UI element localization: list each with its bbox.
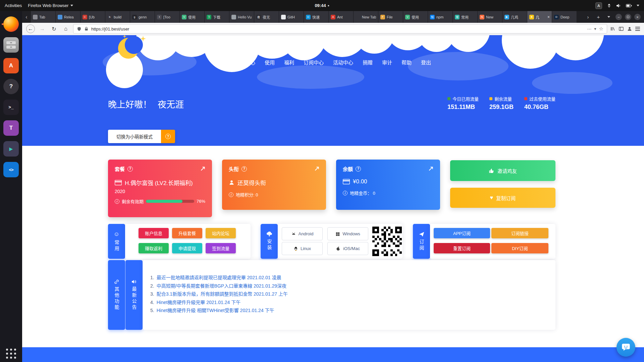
browser-tab[interactable]: bbuild: [105, 11, 130, 23]
volume-icon[interactable]: [616, 3, 621, 8]
browser-tab[interactable]: New Tab: [354, 11, 378, 23]
forward-button[interactable]: →: [38, 24, 47, 33]
window-minimize-button[interactable]: −: [615, 14, 622, 20]
tab-subscribe[interactable]: 订阅: [413, 224, 430, 259]
account-icon[interactable]: [627, 26, 632, 32]
mode-help-button[interactable]: ?: [161, 130, 175, 143]
browser-tab-active[interactable]: ★几×: [527, 11, 552, 23]
tab-install[interactable]: 安装: [261, 224, 278, 259]
activities-button[interactable]: Activities: [5, 3, 22, 8]
android-button[interactable]: Android: [282, 227, 323, 240]
ios-mac-button[interactable]: iOS/Mac: [327, 242, 368, 255]
input-method-icon[interactable]: A: [595, 2, 602, 9]
browser-tab[interactable]: GitH: [279, 11, 304, 23]
reset-subscription-button[interactable]: 重置订阅: [434, 243, 490, 253]
tab-close-icon[interactable]: ×: [547, 15, 550, 19]
nav-user-center[interactable]: 用户中心: [235, 59, 255, 66]
dock-firefox[interactable]: [2, 14, 20, 35]
battery-icon[interactable]: [626, 4, 632, 8]
app-subscribe-button[interactable]: APP订阅: [434, 228, 490, 238]
earn-rebate-button[interactable]: 赚取返利: [139, 243, 169, 253]
url-text[interactable]: https://j01.best/user: [91, 26, 585, 32]
window-close-button[interactable]: ×: [634, 14, 641, 20]
window-maximize-button[interactable]: [625, 14, 631, 20]
scroll-tabs-left-icon[interactable]: ‹: [22, 11, 31, 23]
question-icon[interactable]: ?: [356, 166, 361, 172]
browser-tab[interactable]: Tab: [31, 11, 56, 23]
browser-tab[interactable]: Relea: [56, 11, 80, 23]
announcement-link[interactable]: 中高短期/中等長期套餐新增BGP入口華東專線 2021.01.29深夜: [157, 282, 286, 290]
announcement-link[interactable]: 配合3.1新版本升級，所有餘額調整到抵扣金幣 2021.01.27 上午: [157, 290, 288, 298]
announcement-link[interactable]: Hinet機房硬件升級完畢 2021.01.24 下午: [157, 298, 241, 307]
browser-tab[interactable]: 夜夜无: [254, 11, 279, 23]
withdraw-button[interactable]: 申请提现: [172, 243, 202, 253]
library-icon[interactable]: [610, 26, 615, 32]
dock-text-editor[interactable]: T: [2, 118, 20, 138]
browser-tab[interactable]: 知npm: [428, 11, 453, 23]
network-icon[interactable]: [607, 3, 611, 8]
browser-tab[interactable]: ▶几鸡: [502, 11, 527, 23]
account-info-button[interactable]: 账户信息: [139, 228, 169, 238]
browser-tab[interactable]: ggenn: [130, 11, 155, 23]
subscribe-link-button[interactable]: 订阅链接: [491, 228, 548, 238]
url-bar[interactable]: https://j01.best/user ⋯ ▾ ☆: [73, 24, 607, 34]
chat-widget-button[interactable]: [616, 338, 635, 357]
nav-audit[interactable]: 审计: [382, 59, 392, 66]
dock-help[interactable]: ?: [2, 76, 20, 97]
show-applications-button[interactable]: [6, 349, 16, 359]
browser-tab[interactable]: AAnt: [329, 11, 354, 23]
browser-tab[interactable]: 下下载: [205, 11, 229, 23]
chevron-down-icon[interactable]: [637, 5, 639, 6]
share-icon[interactable]: [314, 166, 319, 171]
back-button[interactable]: ←: [26, 24, 35, 33]
dock-terminal[interactable]: >_: [2, 97, 20, 118]
shield-icon[interactable]: [77, 26, 82, 32]
nav-help[interactable]: 帮助: [401, 59, 412, 66]
browser-tab[interactable]: C[Ub: [80, 11, 105, 23]
browser-tab[interactable]: 常常用: [453, 11, 478, 23]
window-title-menu[interactable]: Firefox Web Browser: [28, 3, 73, 8]
nav-donate[interactable]: 捐赠: [363, 59, 373, 66]
windows-button[interactable]: Windows: [327, 227, 368, 240]
linux-button[interactable]: Linux: [282, 242, 323, 255]
clock-menu[interactable]: 09:44: [315, 3, 329, 8]
nav-activity-center[interactable]: 活动中心: [333, 59, 353, 66]
nav-welfare[interactable]: 福利: [284, 59, 294, 66]
tab-other-features[interactable]: 其他功能: [108, 260, 125, 330]
mode-switch-button[interactable]: 切换为小萌新模式: [108, 130, 161, 143]
forum-button[interactable]: 站内论坛: [206, 228, 236, 238]
nav-logout[interactable]: 登出: [421, 59, 431, 66]
dock-vscode[interactable]: <>: [2, 159, 20, 180]
diy-subscribe-button[interactable]: DIY订阅: [491, 243, 548, 253]
bookmark-star-icon[interactable]: ☆: [599, 26, 603, 32]
menu-icon[interactable]: [635, 27, 640, 31]
home-button[interactable]: ⌂: [61, 24, 70, 33]
upgrade-plan-button[interactable]: 升级套餐: [172, 228, 202, 238]
browser-tab[interactable]: D快速: [304, 11, 329, 23]
browser-tab[interactable]: V使用: [180, 11, 205, 23]
dock-ubuntu-software[interactable]: A: [2, 55, 20, 76]
new-tab-button[interactable]: +: [595, 13, 602, 21]
checkin-traffic-button[interactable]: 签到流量: [206, 243, 236, 253]
announcement-link[interactable]: 最近一批地精邀請返利提現已提現處理完畢 2021.02.01 凌晨: [157, 274, 281, 282]
share-icon[interactable]: [200, 166, 205, 171]
browser-tab[interactable]: t[Too: [155, 11, 180, 23]
tab-common[interactable]: ☺ 常用: [108, 224, 125, 259]
pocket-icon[interactable]: ▾: [594, 26, 596, 31]
sidebar-icon[interactable]: [619, 26, 624, 32]
browser-tab[interactable]: V使用: [403, 11, 428, 23]
browser-tab[interactable]: DDeep: [552, 11, 577, 23]
invite-button[interactable]: 邀请鸡友: [450, 160, 555, 181]
list-all-tabs-icon[interactable]: [605, 13, 612, 21]
browser-tab[interactable]: FFile: [378, 11, 403, 23]
dock-launcher-misc[interactable]: ▶: [2, 138, 20, 159]
browser-tab[interactable]: Hello Vu: [229, 11, 254, 23]
reload-button[interactable]: ↻: [50, 24, 58, 33]
tab-latest-news[interactable]: 最新公告: [125, 260, 143, 330]
nav-subscribe-center[interactable]: 订阅中心: [304, 59, 324, 66]
nav-usage[interactable]: 使用: [265, 59, 275, 66]
dock-files[interactable]: [2, 35, 20, 55]
lock-icon[interactable]: [84, 26, 89, 31]
question-icon[interactable]: ?: [127, 166, 133, 172]
scroll-tabs-right-icon[interactable]: ›: [584, 13, 592, 21]
